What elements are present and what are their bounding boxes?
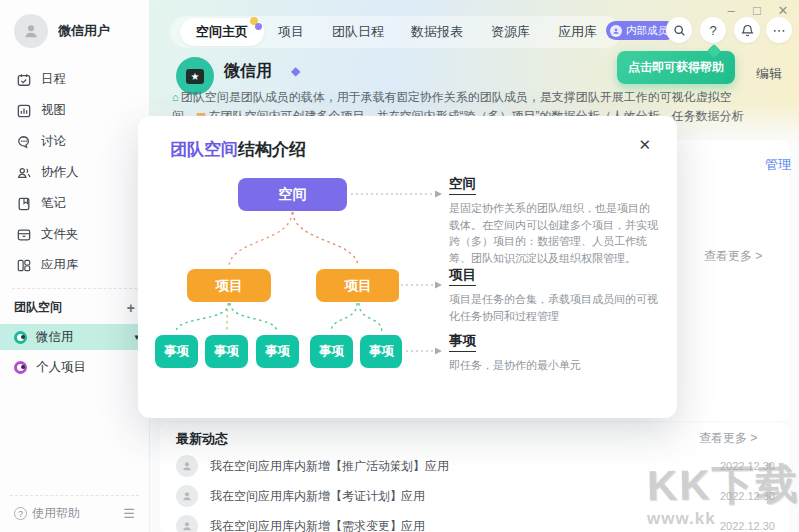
- gem-icon[interactable]: ◆: [291, 64, 300, 78]
- activity-avatar: [176, 455, 198, 477]
- help-tooltip[interactable]: 点击即可获得帮助: [617, 51, 735, 84]
- activity-row[interactable]: 我在空间应用库内新增【考证计划】应用 2022.12.30: [176, 484, 775, 508]
- more-button[interactable]: ⋯: [766, 17, 792, 43]
- sidebar-item-views[interactable]: 视图: [0, 95, 149, 126]
- team-item-label: 微信用: [36, 329, 74, 346]
- sidebar: 微信用户 日程 视图 讨论 协作人 笔记: [0, 0, 150, 532]
- view-more-middle-link[interactable]: 查看更多 >: [704, 248, 762, 265]
- sidebar-item-personal-projects[interactable]: 个人项目: [0, 354, 149, 380]
- sidebar-item-schedule[interactable]: 日程: [0, 64, 149, 95]
- desc-heading: 事项: [449, 332, 476, 352]
- team-item-label: 个人项目: [36, 359, 86, 376]
- user-avatar: [14, 14, 48, 48]
- notification-dot-purple: [255, 23, 262, 30]
- sidebar-item-label: 视图: [41, 102, 66, 119]
- sidebar-item-folders[interactable]: 文件夹: [0, 219, 149, 250]
- search-button[interactable]: [666, 17, 692, 43]
- question-icon: ?: [709, 23, 716, 38]
- sidebar-item-label: 日程: [41, 71, 66, 88]
- sidebar-item-discussion[interactable]: 讨论: [0, 126, 149, 157]
- top-tab-bar: 空间主页 项目 团队日程 数据报表 资源库 应用库: [170, 16, 621, 48]
- add-team-space-button[interactable]: +: [127, 300, 135, 316]
- desc-block-space: 空间 是固定协作关系的团队/组织，也是项目的载体。在空间内可以创建多个项目，并实…: [449, 174, 661, 266]
- node-space: 空间: [238, 178, 347, 211]
- activity-row[interactable]: 我在空间应用库内新增【需求变更】应用 2022.12.30: [176, 514, 775, 532]
- tab-label: 空间主页: [196, 23, 248, 41]
- tab-data-reports[interactable]: 数据报表: [398, 23, 477, 41]
- chart-icon: [16, 103, 31, 118]
- activity-row[interactable]: 我在空间应用库内新增【推广活动策划】应用 2022.12.30: [176, 454, 775, 478]
- sidebar-item-apps[interactable]: 应用库: [0, 250, 149, 280]
- sidebar-item-team-weixinyong[interactable]: 微信用 ▾: [0, 324, 149, 350]
- help-tooltip-text: 点击即可获得帮助: [628, 59, 724, 76]
- sidebar-item-label: 协作人: [41, 164, 79, 181]
- note-icon: [16, 196, 31, 211]
- user-name: 微信用户: [58, 22, 110, 40]
- activity-text: 我在空间应用库内新增【需求变更】应用: [210, 518, 708, 532]
- activity-date: 2022.12.30: [720, 490, 775, 502]
- sidebar-item-collaborators[interactable]: 协作人: [0, 157, 149, 188]
- sidebar-item-label: 讨论: [41, 133, 66, 150]
- activity-view-more-link[interactable]: 查看更多 >: [699, 430, 757, 447]
- sidebar-item-notes[interactable]: 笔记: [0, 188, 149, 219]
- activity-avatar: [176, 485, 198, 507]
- divider: [12, 288, 137, 289]
- team-space-intro-modal: 团队空间结构介绍 ✕ 空间 项目 项目 事项 事项 事项 事项: [138, 116, 677, 418]
- activity-avatar: [176, 515, 198, 532]
- chat-icon: [16, 134, 31, 149]
- node-task: 事项: [256, 335, 299, 368]
- tab-space-home[interactable]: 空间主页: [180, 18, 264, 46]
- node-project: 项目: [187, 269, 271, 302]
- notifications-button[interactable]: [734, 17, 760, 43]
- tab-projects[interactable]: 项目: [264, 23, 318, 41]
- minimize-button[interactable]: –: [723, 2, 739, 18]
- activity-text: 我在空间应用库内新增【考证计划】应用: [210, 488, 708, 505]
- space-title: 微信用: [224, 61, 272, 82]
- person-icon: [181, 460, 193, 472]
- tab-team-schedule[interactable]: 团队日程: [318, 23, 398, 41]
- activity-date: 2022.12.30: [720, 520, 775, 532]
- desc-block-task: 事项 即任务，是协作的最小单元: [449, 331, 661, 374]
- manage-link[interactable]: 管理: [765, 156, 791, 174]
- close-window-button[interactable]: ✕: [775, 2, 791, 18]
- help-button[interactable]: ?: [700, 17, 726, 43]
- sidebar-nav: 日程 视图 讨论 协作人 笔记 文件夹: [0, 58, 149, 280]
- team-space-label: 团队空间: [14, 299, 62, 316]
- person-icon: [22, 22, 40, 40]
- node-task: 事项: [205, 335, 248, 368]
- activity-date: 2022.12.30: [720, 460, 775, 472]
- user-row[interactable]: 微信用户: [0, 0, 149, 58]
- bell-icon: [741, 24, 754, 37]
- member-badge-label: 内部成员: [626, 24, 668, 38]
- question-circle-icon: ?: [14, 507, 27, 520]
- desc-block-project: 项目 项目是任务的合集，承载项目成员间的可视化任务协同和过程管理: [449, 266, 661, 324]
- team-space-icon: [14, 331, 27, 344]
- star-icon: ★: [186, 69, 204, 84]
- team-space-header: 团队空间 +: [0, 295, 149, 320]
- tab-app-library[interactable]: 应用库: [544, 23, 611, 41]
- hamburger-icon[interactable]: ☰: [123, 506, 135, 521]
- usage-help-link[interactable]: ? 使用帮助: [14, 505, 80, 522]
- apps-grid-icon: [16, 258, 31, 272]
- search-icon: [673, 24, 686, 37]
- window-controls: – □ ✕: [723, 2, 791, 18]
- sidebar-item-label: 文件夹: [41, 226, 79, 243]
- people-icon: [16, 165, 31, 180]
- node-task: 事项: [310, 335, 353, 368]
- node-project: 项目: [316, 269, 400, 302]
- personal-project-icon: [14, 361, 27, 374]
- edit-link[interactable]: 编辑: [756, 65, 782, 83]
- sidebar-footer: ? 使用帮助 ☰: [10, 495, 139, 532]
- person-icon: [181, 520, 193, 532]
- sidebar-item-label: 笔记: [41, 195, 66, 212]
- tab-resources[interactable]: 资源库: [477, 23, 544, 41]
- ellipsis-icon: ⋯: [773, 23, 786, 38]
- person-icon: [181, 490, 193, 502]
- home-icon: ⌂: [172, 91, 179, 103]
- desc-heading: 空间: [449, 175, 476, 195]
- desc-body: 即任务，是协作的最小单元: [449, 357, 661, 374]
- desc-body: 项目是任务的合集，承载项目成员间的可视化任务协同和过程管理: [449, 291, 661, 324]
- app-window: – □ ✕ 微信用户 日程 视图 讨论: [0, 0, 799, 532]
- maximize-button[interactable]: □: [749, 2, 765, 18]
- activity-text: 我在空间应用库内新增【推广活动策划】应用: [210, 458, 708, 475]
